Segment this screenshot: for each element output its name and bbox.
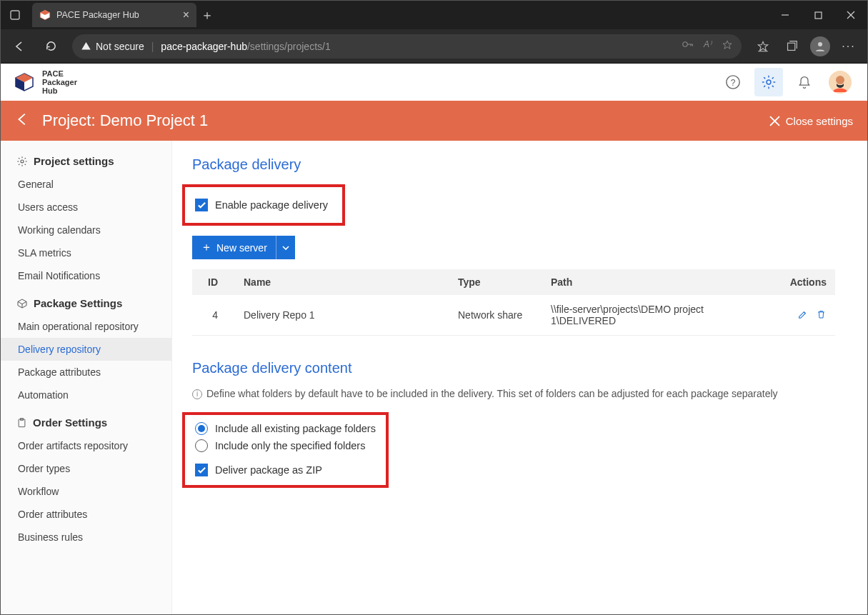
sidebar-item-order-types[interactable]: Order types [1,457,171,480]
highlight-enable: Enable package delivery [182,184,345,226]
cell-path: \\file-server\projects\DEMO project 1\DE… [542,295,771,336]
new-tab-button[interactable]: ＋ [196,4,218,26]
sidebar-item-sla-metrics[interactable]: SLA metrics [1,241,171,264]
browser-tab[interactable]: PACE Packager Hub × [32,3,196,27]
page-banner: Project: Demo Project 1 Close settings [1,101,867,141]
app-logo-text: PACEPackagerHub [42,69,77,95]
favorite-icon[interactable] [722,39,733,53]
cell-name: Delivery Repo 1 [235,295,449,336]
favorites-bar-icon[interactable] [749,32,777,61]
highlight-content-options: Include all existing package folders Inc… [182,412,389,488]
radio-include-specified-label: Include only the specified folders [215,440,365,451]
chevron-down-icon [282,244,289,251]
tab-title: PACE Packager Hub [56,10,139,20]
sidebar-item-general[interactable]: General [1,173,171,196]
delete-row-button[interactable] [816,309,827,322]
warning-icon [81,41,91,51]
radio-include-all-label: Include all existing package folders [215,423,376,434]
url-bar[interactable]: Not secure | pace-packager-hub/settings/… [72,34,742,59]
cell-id: 4 [192,295,235,336]
col-type: Type [449,269,542,295]
new-server-dropdown[interactable] [276,236,295,259]
svg-point-21 [21,160,24,163]
favicon-icon [39,9,51,21]
zip-checkbox[interactable] [195,464,208,476]
sidebar-item-workflow[interactable]: Workflow [1,480,171,503]
sidebar-item-business-rules[interactable]: Business rules [1,526,171,549]
plus-icon: ＋ [201,240,212,255]
banner-back-button[interactable] [15,111,31,131]
profile-icon[interactable] [806,32,834,61]
sidebar-item-package-attributes[interactable]: Package attributes [1,361,171,384]
help-button[interactable]: ? [719,68,747,96]
close-icon [769,116,780,126]
collections-icon[interactable] [777,32,806,61]
window-maximize-icon[interactable] [802,1,834,29]
section-title-content: Package delivery content [192,360,847,376]
zip-label: Deliver package as ZIP [215,464,322,476]
cell-type: Network share [449,295,542,336]
new-server-button[interactable]: ＋New server [192,236,295,259]
sidebar-item-automation[interactable]: Automation [1,384,171,406]
col-path: Path [542,269,771,295]
sidebar-group-package: Package Settings [1,293,171,315]
app-viewport: PACEPackagerHub ? Project: Demo Project … [1,64,867,614]
sidebar-item-working-calendars[interactable]: Working calendars [1,219,171,241]
close-settings-button[interactable]: Close settings [769,115,853,127]
radio-include-specified[interactable] [195,439,208,452]
svg-point-16 [767,80,771,84]
info-line: i Define what folders by default have to… [192,388,847,399]
sidebar-item-delivery-repo[interactable]: Delivery repository [1,338,171,361]
sidebar-item-email-notifications[interactable]: Email Notifications [1,264,171,287]
svg-point-7 [683,42,687,46]
app-header: PACEPackagerHub ? [1,64,867,101]
url-text: pace-packager-hub/settings/projects/1 [161,41,330,52]
nav-refresh-icon[interactable] [36,32,65,61]
svg-rect-4 [815,12,822,19]
enable-delivery-checkbox[interactable] [195,199,208,211]
servers-table: ID Name Type Path Actions 4 Delivery Rep… [192,269,835,336]
radio-include-all[interactable] [195,422,208,435]
read-aloud-icon[interactable]: A⁾ [704,39,712,53]
sidebar: Project settings General Users access Wo… [1,141,172,614]
more-icon[interactable]: ··· [834,32,863,61]
svg-rect-9 [787,43,794,50]
sidebar-group-order: Order Settings [1,412,171,434]
svg-text:?: ? [731,78,736,88]
section-title-delivery: Package delivery [192,156,847,173]
svg-point-10 [818,42,822,46]
edit-row-button[interactable] [797,309,809,322]
page-title: Project: Demo Project 1 [42,111,208,130]
sidebar-item-users-access[interactable]: Users access [1,196,171,219]
close-tab-icon[interactable]: × [183,9,189,21]
col-actions: Actions [771,269,835,295]
window-minimize-icon[interactable] [769,1,802,29]
clipboard-icon [16,417,27,429]
gear-icon [16,156,28,167]
settings-button[interactable] [754,68,783,96]
package-icon [16,298,28,309]
browser-toolbar: Not secure | pace-packager-hub/settings/… [1,29,867,64]
sidebar-item-main-repo[interactable]: Main operational repository [1,315,171,338]
sidebar-item-order-attributes[interactable]: Order attributes [1,503,171,526]
enable-delivery-label: Enable package delivery [215,199,328,211]
main-content: Package delivery Enable package delivery… [172,141,867,614]
info-icon: i [192,389,202,399]
sidebar-group-project: Project settings [1,151,171,173]
window-close-icon[interactable] [834,1,867,29]
tab-actions-icon[interactable] [1,1,29,29]
svg-point-18 [836,76,844,84]
app-logo-icon [14,71,35,93]
col-name: Name [235,269,449,295]
sidebar-item-order-artifacts[interactable]: Order artifacts repository [1,434,171,457]
security-indicator[interactable]: Not secure [81,41,144,52]
user-avatar[interactable] [826,68,854,96]
nav-back-icon[interactable] [5,32,34,61]
svg-rect-0 [11,11,19,19]
password-icon[interactable] [682,39,694,53]
table-row: 4 Delivery Repo 1 Network share \\file-s… [192,295,835,336]
browser-titlebar: PACE Packager Hub × ＋ [1,1,867,29]
notifications-button[interactable] [790,68,819,96]
col-id: ID [192,269,235,295]
